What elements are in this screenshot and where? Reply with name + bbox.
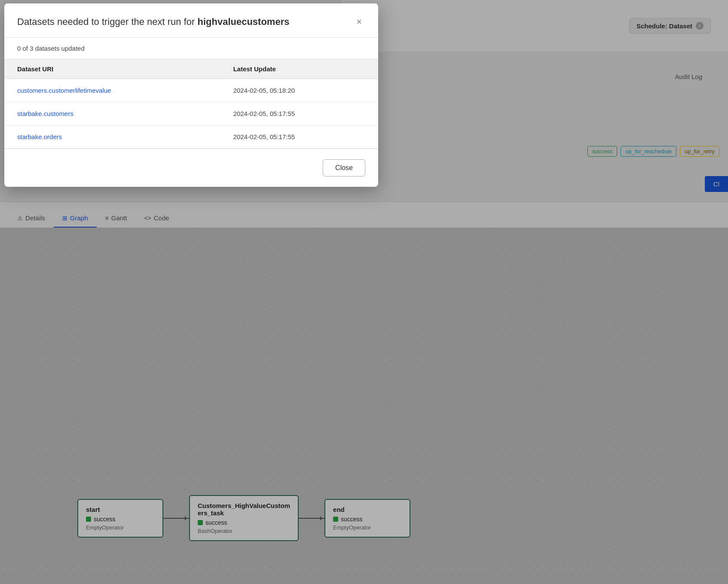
modal-title-dag: highvaluecustomers	[197, 16, 289, 27]
table-row: starbake.orders2024-02-05, 05:17:55	[4, 125, 378, 148]
modal-close-button[interactable]: ×	[353, 15, 365, 28]
dataset-update-cell: 2024-02-05, 05:17:55	[220, 125, 378, 148]
modal-header: Datasets needed to trigger the next run …	[4, 3, 378, 38]
modal-footer: Close	[4, 149, 378, 187]
dataset-uri-cell[interactable]: starbake.orders	[4, 125, 220, 148]
modal-subtitle: 0 of 3 datasets updated	[4, 38, 378, 59]
table-header-row: Dataset URI Latest Update	[4, 59, 378, 79]
col-update-header: Latest Update	[220, 59, 378, 79]
table-row: customers.customerlifetimevalue2024-02-0…	[4, 79, 378, 102]
modal-title-prefix: Datasets needed to trigger the next run …	[17, 16, 197, 27]
datasets-modal: Datasets needed to trigger the next run …	[4, 3, 378, 187]
dataset-update-cell: 2024-02-05, 05:17:55	[220, 102, 378, 125]
col-uri-header: Dataset URI	[4, 59, 220, 79]
table-row: starbake.customers2024-02-05, 05:17:55	[4, 102, 378, 125]
modal-title: Datasets needed to trigger the next run …	[17, 15, 289, 29]
datasets-table: Dataset URI Latest Update customers.cust…	[4, 59, 378, 149]
close-button[interactable]: Close	[323, 159, 365, 176]
dataset-uri-cell[interactable]: customers.customerlifetimevalue	[4, 79, 220, 102]
dataset-update-cell: 2024-02-05, 05:18:20	[220, 79, 378, 102]
dataset-uri-cell[interactable]: starbake.customers	[4, 102, 220, 125]
